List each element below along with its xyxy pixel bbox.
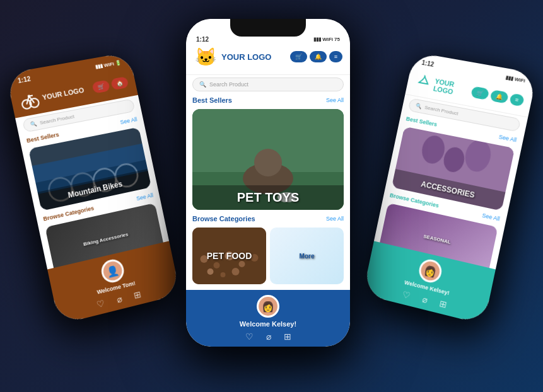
time-right: 1:12: [421, 59, 435, 68]
heart-icon-left[interactable]: ♡: [95, 298, 105, 310]
grid-icon-left[interactable]: ⊞: [132, 289, 142, 301]
phone-center: 1:12 ▮▮▮WiFi75 🐱 YOUR LOGO 🛒 🔔 ≡: [186, 19, 350, 347]
signal-right: ▮▮▮WiFi: [505, 74, 526, 83]
header-actions-right: 🛒 🔔 ≡: [470, 86, 525, 107]
avatar-center: 👩: [257, 295, 279, 318]
time-center: 1:12: [196, 36, 209, 43]
grid-icon-center[interactable]: ⊞: [284, 331, 291, 342]
menu-btn-right[interactable]: ≡: [509, 93, 525, 107]
phone-right: 1:12 ▮▮▮WiFi YOUR LOGO 🛒: [363, 52, 537, 325]
user-icon-center[interactable]: ⌀: [266, 331, 271, 342]
user-icon-left[interactable]: ⌀: [115, 294, 122, 305]
bottom-bar-center: 👩 Welcome Kelsey! ♡ ⌀ ⊞: [186, 290, 350, 347]
home-btn-left[interactable]: 🏠: [110, 76, 129, 90]
grid-icon-right[interactable]: ⊞: [438, 298, 448, 310]
cat-pet-food[interactable]: PET FOOD: [192, 228, 266, 284]
svg-text:🐱: 🐱: [195, 47, 217, 67]
search-bar-center[interactable]: 🔍 Search Product: [192, 78, 344, 91]
phone-left: 1:12 ▮▮▮WiFi🔋 YOUR LOGO: [6, 52, 180, 325]
left-screen: 1:12 ▮▮▮WiFi🔋 YOUR LOGO: [6, 52, 180, 325]
user-icon-right[interactable]: ⌀: [421, 294, 428, 305]
bottom-nav-center: ♡ ⌀ ⊞: [194, 331, 342, 342]
best-sellers-header-center: Best Sellers See All: [186, 94, 350, 107]
header-actions-center: 🛒 🔔 ≡: [290, 51, 342, 62]
header-center: 🐱 YOUR LOGO 🛒 🔔 ≡: [186, 39, 350, 75]
logo-center: 🐱 YOUR LOGO: [194, 44, 271, 69]
heart-icon-right[interactable]: ♡: [401, 289, 411, 301]
cart-btn-right[interactable]: 🛒: [470, 86, 489, 100]
cat-extra[interactable]: More: [270, 228, 344, 284]
signal-center: ▮▮▮WiFi75: [313, 37, 340, 42]
browse-header-center: Browse Categories See All: [186, 212, 350, 225]
svg-point-14: [254, 149, 282, 176]
svg-line-25: [419, 83, 428, 84]
menu-btn-center[interactable]: ≡: [329, 51, 342, 62]
center-screen: 1:12 ▮▮▮WiFi75 🐱 YOUR LOGO 🛒 🔔 ≡: [186, 19, 350, 347]
logo-left: YOUR LOGO: [18, 80, 86, 112]
right-screen: 1:12 ▮▮▮WiFi YOUR LOGO 🛒: [363, 52, 537, 325]
bell-btn-center[interactable]: 🔔: [310, 51, 327, 62]
header-actions-left: 🛒 🏠: [91, 76, 129, 94]
time-left: 1:12: [17, 75, 31, 84]
hanger-logo-icon: [414, 72, 434, 93]
search-icon-left: 🔍: [30, 120, 37, 127]
signal-left: ▮▮▮WiFi🔋: [95, 60, 122, 70]
search-icon-right: 🔍: [415, 103, 422, 110]
pet-logo-icon: 🐱: [194, 44, 219, 69]
heart-icon-center[interactable]: ♡: [245, 331, 254, 342]
bell-btn-right[interactable]: 🔔: [489, 89, 509, 104]
categories-center: PET FOOD More: [186, 225, 350, 287]
cart-btn-center[interactable]: 🛒: [290, 51, 307, 62]
search-icon-center: 🔍: [199, 81, 206, 88]
hero-banner-center: PET TOYS: [192, 109, 344, 210]
notch-center: [230, 19, 306, 37]
bike-logo-icon: [18, 88, 42, 112]
hero-label-center: PET TOYS: [192, 185, 344, 210]
logo-right: YOUR LOGO: [414, 72, 474, 101]
cart-btn-left[interactable]: 🛒: [91, 79, 110, 93]
